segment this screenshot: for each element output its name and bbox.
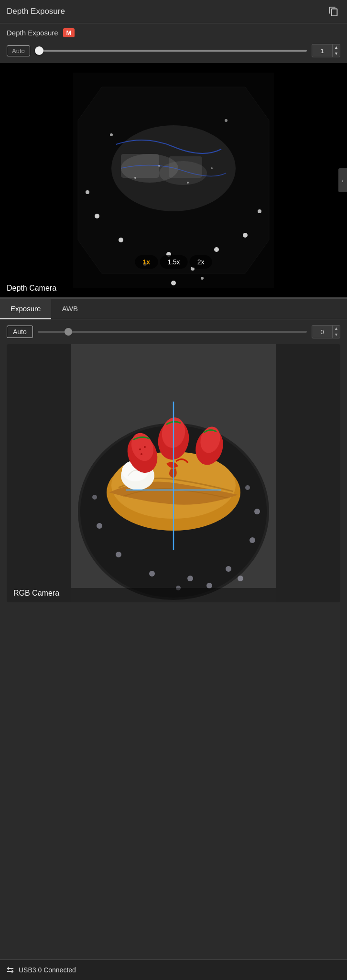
middle-panel: Exposure AWB Auto 0 ▲ ▼ <box>0 297 347 602</box>
svg-point-22 <box>187 182 189 184</box>
top-panel: Depth Exposure Depth Exposure M Auto 1 ▲… <box>0 0 347 297</box>
connection-status-text: USB3.0 Connected <box>19 966 76 974</box>
svg-point-7 <box>95 214 99 218</box>
tab-exposure[interactable]: Exposure <box>0 299 51 319</box>
svg-point-44 <box>149 571 155 577</box>
exposure-value-display: 0 <box>312 328 332 336</box>
depth-exposure-title-bar: Depth Exposure <box>0 0 347 23</box>
exposure-slider-thumb[interactable] <box>65 328 72 336</box>
zoom-1-5x-button[interactable]: 1.5x <box>160 255 187 269</box>
depth-value-arrows[interactable]: ▲ ▼ <box>332 44 340 57</box>
exposure-slider-track[interactable] <box>38 331 307 333</box>
svg-point-17 <box>225 119 228 122</box>
rgb-camera-svg <box>71 344 276 602</box>
svg-point-8 <box>119 238 123 242</box>
svg-point-48 <box>254 509 260 514</box>
depth-slider-thumb[interactable] <box>35 46 43 55</box>
depth-auto-button[interactable]: Auto <box>7 45 30 56</box>
depth-exposure-label: Depth Exposure <box>7 29 58 37</box>
mode-badge: M <box>63 28 75 37</box>
tabs-row: Exposure AWB <box>0 299 347 319</box>
svg-rect-54 <box>71 588 276 602</box>
depth-camera-image-area: 1x 1.5x 2x Depth Camera › <box>0 63 347 297</box>
svg-point-23 <box>211 167 213 169</box>
svg-rect-5 <box>121 154 159 178</box>
depth-value-up[interactable]: ▲ <box>333 44 340 51</box>
depth-slider-row: Auto 1 ▲ ▼ <box>0 42 347 63</box>
svg-point-14 <box>258 209 261 213</box>
svg-point-18 <box>171 281 176 285</box>
svg-point-35 <box>141 453 142 455</box>
svg-point-15 <box>86 190 89 194</box>
svg-point-45 <box>187 576 193 581</box>
svg-point-51 <box>238 576 243 581</box>
svg-point-19 <box>201 277 204 280</box>
exposure-value-up[interactable]: ▲ <box>333 326 340 332</box>
svg-point-47 <box>249 537 255 543</box>
zoom-2x-button[interactable]: 2x <box>190 255 212 269</box>
svg-point-13 <box>243 233 248 238</box>
exposure-value-down[interactable]: ▼ <box>333 332 340 338</box>
zoom-controls: 1x 1.5x 2x <box>135 255 212 269</box>
svg-point-43 <box>116 552 121 557</box>
collapse-arrow-icon: › <box>342 177 344 184</box>
rgb-camera-image-area: RGB Camera <box>7 344 340 602</box>
svg-point-50 <box>92 495 97 500</box>
svg-point-34 <box>144 446 146 448</box>
status-bar: ⇆ USB3.0 Connected <box>0 959 347 980</box>
usb-icon: ⇆ <box>7 965 14 975</box>
copy-icon[interactable] <box>327 5 340 18</box>
depth-value-display: 1 <box>312 47 332 54</box>
svg-point-33 <box>139 448 141 450</box>
depth-value-down[interactable]: ▼ <box>333 51 340 57</box>
svg-point-42 <box>97 523 102 529</box>
collapse-tab[interactable]: › <box>338 168 347 192</box>
svg-point-12 <box>214 247 219 252</box>
rgb-camera-label: RGB Camera <box>13 589 59 598</box>
depth-exposure-row: Depth Exposure M <box>0 23 347 42</box>
svg-point-52 <box>206 583 212 588</box>
depth-camera-label: Depth Camera <box>7 284 56 293</box>
svg-point-46 <box>226 566 231 572</box>
zoom-1x-button[interactable]: 1x <box>135 255 158 269</box>
tab-awb[interactable]: AWB <box>51 299 88 319</box>
exposure-value-input[interactable]: 0 ▲ ▼ <box>312 325 340 338</box>
depth-value-input[interactable]: 1 ▲ ▼ <box>312 44 340 57</box>
svg-point-49 <box>245 485 250 490</box>
svg-point-16 <box>110 133 113 136</box>
exposure-value-arrows[interactable]: ▲ ▼ <box>332 326 340 338</box>
depth-slider-track[interactable] <box>35 50 307 52</box>
exposure-slider-row: Auto 0 ▲ ▼ <box>0 319 347 344</box>
panel-title: Depth Exposure <box>7 7 65 16</box>
svg-point-21 <box>158 165 160 167</box>
svg-point-20 <box>134 177 136 179</box>
exposure-auto-button[interactable]: Auto <box>7 326 33 338</box>
